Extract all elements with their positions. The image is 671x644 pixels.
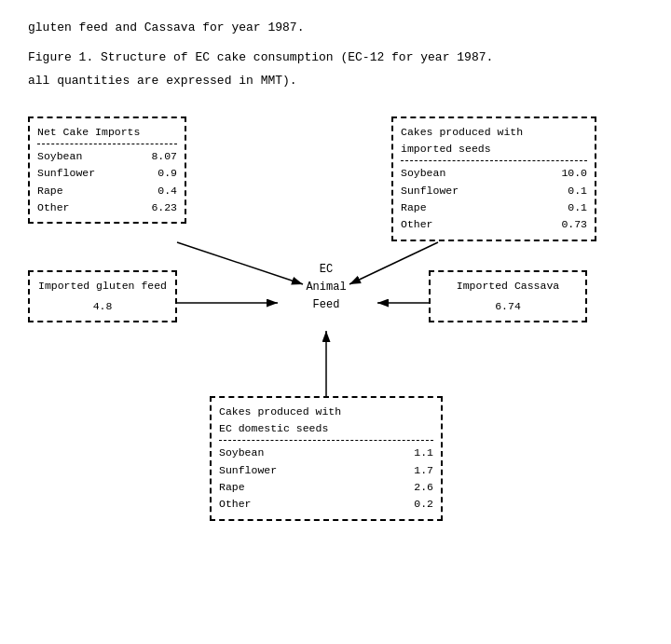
cakes-imported-row-soybean: Soybean 10.0 (401, 165, 587, 182)
cakes-domestic-row-sunflower: Sunflower 1.7 (219, 462, 433, 479)
cakes-imported-row-other: Other 0.73 (401, 216, 587, 233)
net-cake-imports-title: Net Cake Imports (37, 124, 177, 144)
cakes-imported-row-rape: Rape 0.1 (401, 199, 587, 216)
imported-gluten-title: Imported gluten feed (37, 278, 168, 295)
net-cake-row-other: Other 6.23 (37, 199, 177, 216)
net-cake-row-soybean: Soybean 8.07 (37, 148, 177, 165)
imported-cassava-value: 6.74 (438, 298, 578, 315)
imported-cassava-box: Imported Cassava 6.74 (429, 270, 587, 323)
quantities-note: all quantities are expressed in MMT). (28, 72, 643, 90)
net-cake-row-sunflower: Sunflower 0.9 (37, 165, 177, 182)
cakes-domestic-row-soybean: Soybean 1.1 (219, 445, 433, 461)
center-label: EC Animal Feed (280, 261, 373, 315)
cakes-domestic-seeds-box: Cakes produced withEC domestic seeds Soy… (210, 396, 443, 521)
cakes-domestic-seeds-title: Cakes produced withEC domestic seeds (219, 404, 433, 442)
imported-cassava-title: Imported Cassava (438, 278, 578, 295)
figure-caption: Figure 1. Structure of EC cake consumpti… (28, 48, 643, 67)
diagram: Net Cake Imports Soybean 8.07 Sunflower … (28, 107, 643, 508)
cakes-imported-row-sunflower: Sunflower 0.1 (401, 183, 587, 199)
imported-gluten-value: 4.8 (37, 298, 168, 315)
cakes-imported-seeds-title: Cakes produced withimported seeds (401, 124, 587, 162)
cakes-domestic-row-other: Other 0.2 (219, 496, 433, 513)
cakes-imported-seeds-box: Cakes produced withimported seeds Soybea… (391, 116, 596, 241)
imported-gluten-box: Imported gluten feed 4.8 (28, 270, 177, 323)
net-cake-imports-box: Net Cake Imports Soybean 8.07 Sunflower … (28, 116, 186, 225)
net-cake-row-rape: Rape 0.4 (37, 183, 177, 199)
intro-line1: gluten feed and Cassava for year 1987. (28, 19, 643, 37)
cakes-domestic-row-rape: Rape 2.6 (219, 479, 433, 496)
